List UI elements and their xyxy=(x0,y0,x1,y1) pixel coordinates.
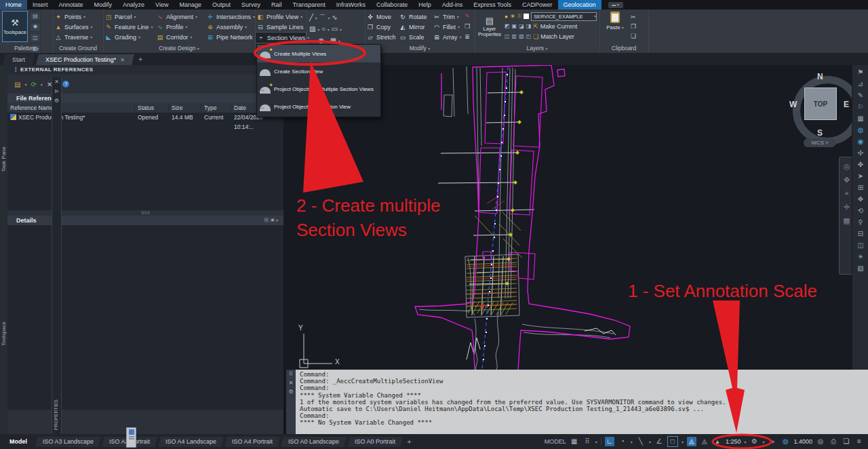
profile-button[interactable]: ∿Profile▾ xyxy=(155,22,205,32)
command-close-icon[interactable]: ✕ xyxy=(289,380,294,386)
tab-home[interactable]: Home xyxy=(0,0,27,10)
tab-manage[interactable]: Manage xyxy=(174,0,207,9)
close-tab-icon[interactable]: ✕ xyxy=(120,57,125,63)
layer-lock-icon[interactable]: ⚿ xyxy=(517,13,521,20)
layout-tab-model[interactable]: Model xyxy=(2,437,34,447)
viewcube-west[interactable]: W xyxy=(789,100,797,109)
traverse-button[interactable]: △Traverse▾ xyxy=(53,32,103,42)
model-space-label[interactable]: MODEL xyxy=(545,438,566,445)
tab-view[interactable]: View xyxy=(150,0,174,9)
layer-properties-button[interactable]: ▤ Layer Properties xyxy=(477,11,502,42)
hatch-tool-icon[interactable]: ▨ xyxy=(309,25,315,33)
tab-annotate[interactable]: Annotate xyxy=(54,0,89,9)
explode-icon[interactable]: ❒ xyxy=(462,22,472,32)
workspace-switch-icon[interactable]: ＋ xyxy=(768,437,777,446)
make-current-button[interactable]: ⇱Make Current xyxy=(533,23,577,30)
alignment-button[interactable]: ∿Alignment▾ xyxy=(155,12,205,22)
paste-special-icon[interactable]: ❏ xyxy=(631,31,636,41)
new-layout-button[interactable]: + xyxy=(407,436,411,447)
layout-tab-a3-landscape[interactable]: ISO A3 Landscape xyxy=(35,437,100,447)
match-layer-button[interactable]: ❏Match Layer xyxy=(533,33,574,40)
layer-unlock-icon[interactable]: ◰ xyxy=(526,33,532,39)
viewcube-east[interactable]: E xyxy=(844,100,849,109)
help-icon[interactable]: ? xyxy=(62,81,69,87)
autohide-icon[interactable]: ⊳ xyxy=(52,87,61,96)
section-views-button[interactable]: ◓Section Views▾ xyxy=(255,32,307,43)
array-button[interactable]: ⊞Array▾ xyxy=(431,32,462,42)
clean-screen-icon[interactable]: ❏ xyxy=(842,437,851,446)
rectangle-tool-icon[interactable]: ▭ xyxy=(332,25,338,33)
points-button[interactable]: ✦Points▾ xyxy=(53,12,103,22)
move-button[interactable]: ✜Move xyxy=(365,12,397,22)
erase-icon[interactable]: ✎ xyxy=(462,12,472,22)
layer-isolate-icon[interactable]: ◩ xyxy=(505,23,510,29)
trim-button[interactable]: ✂Trim▾ xyxy=(431,12,462,22)
details-collapse-icon[interactable]: ▾ xyxy=(276,218,278,222)
layer-thaw-icon[interactable]: ◨ xyxy=(526,23,532,29)
file-tab-start[interactable]: Start xyxy=(3,54,35,65)
command-drag-handle[interactable]: ⠿ xyxy=(289,371,293,377)
task-pane-tab[interactable]: Task Pane xyxy=(1,147,7,172)
layout-tab-a4-landscape[interactable]: ISO A4 Landscape xyxy=(158,437,223,447)
annotation-monitor-globe-icon[interactable]: ◍ xyxy=(781,437,790,446)
feature-line-button[interactable]: ✎Feature Line▾ xyxy=(103,22,155,32)
layout-preview-icon[interactable] xyxy=(126,427,136,448)
layout-tab-a0-portrait[interactable]: ISO A0 Portrait xyxy=(348,437,403,447)
create-design-panel-label[interactable]: Create Design ▾ xyxy=(103,44,255,53)
tab-modify[interactable]: Modify xyxy=(89,0,118,9)
layer-select[interactable]: SERVICE_EXAMPLE▾ xyxy=(531,12,597,21)
annotation-scale-value[interactable]: 1:250 xyxy=(726,438,741,445)
rotate-button[interactable]: ↻Rotate xyxy=(397,12,431,22)
stretch-button[interactable]: ▱Stretch xyxy=(365,32,397,42)
sample-lines-button[interactable]: ⊟Sample Lines xyxy=(255,22,307,32)
tab-transparent[interactable]: Transparent xyxy=(288,0,331,9)
steering-wheel-icon[interactable]: ◎ xyxy=(844,163,850,170)
orbit-tool-icon[interactable]: ⟲ xyxy=(858,208,863,214)
camera-icon[interactable]: ◫ xyxy=(857,242,863,249)
flag1-icon[interactable]: ⚑ xyxy=(858,69,864,76)
pipe-network-button[interactable]: ⊞Pipe Network▾ xyxy=(205,32,255,42)
menu-project-objects-multiple[interactable]: ✦•• Project Objects To Multiple Section … xyxy=(257,80,380,98)
showmotion-icon[interactable]: ▦ xyxy=(843,217,850,224)
refresh-icon[interactable]: ⟳ xyxy=(31,81,36,88)
plot-icon[interactable]: ⎙ xyxy=(829,437,838,446)
copy-clip-icon[interactable]: ❐ xyxy=(631,22,636,31)
ellipse-tool-icon[interactable]: ◉ xyxy=(318,37,324,44)
menu-project-objects-single[interactable]: •• Project Objects To Section View xyxy=(257,98,380,115)
copy-button[interactable]: ❐Copy xyxy=(365,22,397,32)
otrack-toggle-icon[interactable]: ∠ xyxy=(654,437,664,446)
annotation-scale-icon[interactable]: ▴ xyxy=(713,437,722,446)
brush-icon[interactable]: ✎ xyxy=(858,92,863,99)
command-history[interactable]: Command: Command: _AeccCreateMultipleSec… xyxy=(296,370,868,434)
zoom-window-icon[interactable]: ⊞ xyxy=(858,184,863,191)
corridor-button[interactable]: ▤Corridor▾ xyxy=(155,32,205,42)
tab-collaborate[interactable]: Collaborate xyxy=(371,0,413,9)
layer-walk-icon[interactable]: ◫ xyxy=(505,33,510,39)
globe2-icon[interactable]: ◉ xyxy=(858,138,864,145)
col-reference-name[interactable]: Reference Name ▲ xyxy=(7,103,135,113)
circle-tool-icon[interactable]: ○ xyxy=(321,25,326,33)
layer-delete-icon[interactable]: ▧ xyxy=(519,33,524,39)
parcel-button[interactable]: ◳Parcel▾ xyxy=(103,12,155,22)
viewcube-south[interactable]: S xyxy=(817,128,823,138)
ortho-toggle-icon[interactable]: ∟ xyxy=(605,437,614,446)
command-customize-icon[interactable]: ⚙ xyxy=(288,389,293,395)
surfaces-button[interactable]: ▲Surfaces▾ xyxy=(53,22,103,32)
properties-settings-icon[interactable]: ⚙ xyxy=(52,96,61,106)
tab-express-tools[interactable]: Express Tools xyxy=(468,0,517,9)
rotate-gizmo-icon[interactable]: ✤ xyxy=(858,161,863,168)
mirror-button[interactable]: ◭Mirror xyxy=(397,22,431,32)
fillet-button[interactable]: ◠Fillet▾ xyxy=(431,22,462,32)
layer-color-swatch[interactable] xyxy=(524,14,529,19)
new-drawing-tab-button[interactable]: + xyxy=(138,54,142,65)
tab-analyze[interactable]: Analyze xyxy=(117,0,150,9)
layer-sun-icon[interactable]: ☀ xyxy=(510,13,515,20)
flag3-icon[interactable]: ⚐ xyxy=(858,104,864,111)
properties-palette-icon[interactable]: ▤ xyxy=(30,12,41,21)
layer-on-icon[interactable]: ● xyxy=(505,14,508,20)
col-size[interactable]: Size xyxy=(169,103,201,113)
menu-create-section-view[interactable]: Create Section View xyxy=(257,62,380,80)
details-preview-icon[interactable]: ▣ xyxy=(271,217,275,223)
viewcube-north[interactable]: N xyxy=(817,72,823,81)
layout-tab-a0-landscape[interactable]: ISO A0 Landscape xyxy=(281,437,347,447)
